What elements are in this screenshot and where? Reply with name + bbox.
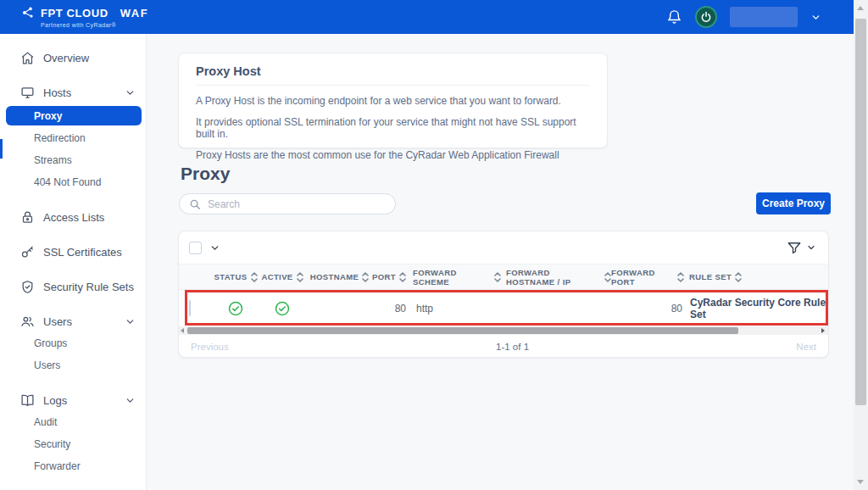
sort-icon [251,271,258,283]
check-circle-icon [275,301,290,316]
sidebar-item-proxy[interactable]: Proxy [6,106,142,125]
sidebar-item-users-sub[interactable]: Users [0,356,146,375]
chevron-down-icon [125,395,136,406]
sidebar-item-ssl-certificates[interactable]: SSL Certificates [0,242,146,261]
sidebar-item-label: Redirection [34,132,86,144]
column-header-status[interactable]: STATUS [211,271,260,283]
sidebar-item-forwarder[interactable]: Forwarder [0,457,146,476]
power-status-badge[interactable] [695,6,717,28]
sidebar-item-label: Groups [34,337,67,349]
sidebar-item-404-not-found[interactable]: 404 Not Found [0,173,146,192]
sidebar-item-access-lists[interactable]: Access Lists [0,208,146,226]
table-toolbar [179,231,828,264]
page-title: Proxy [181,164,230,184]
column-header-hostname[interactable]: HOSTNAME [304,271,375,283]
sidebar-item-label: Forwarder [34,460,81,472]
sidebar-item-label: Security [34,438,70,450]
sidebar-navigation: Overview Hosts Proxy Redirection Streams… [0,34,147,490]
check-circle-icon [228,301,243,316]
table-header-row: STATUS ACTIVE HOSTNAME PORT FORWARD SCHE… [179,264,828,290]
power-icon [700,11,712,23]
sort-icon [362,271,369,283]
select-all-checkbox[interactable] [189,242,202,254]
main-content: Proxy Host A Proxy Host is the incoming … [147,34,854,490]
forward-scheme-cell: http [408,303,501,315]
sidebar-item-streams[interactable]: Streams [0,151,146,170]
sidebar-item-label: 404 Not Found [34,176,101,188]
chevron-down-icon [125,87,136,98]
chevron-down-icon [810,12,821,23]
previous-page-button[interactable]: Previous [191,342,229,352]
key-icon [20,245,35,259]
fpt-cloud-waf-logo[interactable]: FPT CLOUD WAF Partnered with CyRadar® [22,6,148,28]
info-card-line: Proxy Hosts are the most common use for … [196,149,590,161]
sidebar-item-logs[interactable]: Logs [0,391,146,409]
sort-icon [399,271,406,283]
sidebar-item-label: Streams [34,154,72,166]
account-menu-button[interactable] [810,12,821,23]
sidebar-item-audit[interactable]: Audit [0,413,146,432]
column-header-forward-scheme[interactable]: FORWARD SCHEME [408,268,501,287]
sidebar-item-label: Access Lists [43,211,104,224]
column-header-port[interactable]: PORT [375,271,408,283]
sidebar-item-security-log[interactable]: Security [0,435,146,454]
sidebar-item-overview[interactable]: Overview [0,48,146,67]
vertical-scrollbar-thumb[interactable] [855,19,866,405]
search-box[interactable] [179,193,396,214]
info-card-title: Proxy Host [196,64,590,86]
top-header-bar: FPT CLOUD WAF Partnered with CyRadar® [0,0,854,34]
sort-icon [604,271,611,283]
filter-button[interactable] [787,240,816,255]
vertical-scrollbar[interactable] [854,0,868,490]
sidebar-item-hosts[interactable]: Hosts [0,83,146,102]
active-ok-badge [260,301,304,316]
sidebar-item-redirection[interactable]: Redirection [0,129,146,148]
sidebar-item-label: Audit [34,416,57,428]
status-ok-badge [211,301,260,316]
horizontal-scrollbar[interactable] [179,326,828,335]
sidebar-item-label: Overview [43,52,89,64]
scroll-up-arrow[interactable] [857,6,864,10]
sidebar-item-security-rule-sets[interactable]: Security Rule Sets [0,277,146,296]
next-page-button[interactable]: Next [796,342,816,352]
sidebar-item-label: Proxy [34,110,62,122]
proxy-host-info-card: Proxy Host A Proxy Host is the incoming … [178,53,608,148]
search-input[interactable] [208,198,377,210]
sidebar-item-label: Hosts [43,86,71,99]
product-name: WAF [120,8,148,19]
table-row[interactable]: 80 http 80 CyRadar Security Core Rule Se… [179,290,828,326]
bell-icon [666,8,682,25]
account-name-redacted[interactable] [730,7,798,27]
search-icon [189,198,201,210]
column-header-active[interactable]: ACTIVE [260,271,304,283]
sort-icon [494,271,501,283]
column-header-rule-set[interactable]: RULE SET [684,271,830,283]
horizontal-scrollbar-thumb[interactable] [187,327,738,334]
column-header-forward-port[interactable]: FORWARD PORT [611,268,684,287]
create-proxy-button[interactable]: Create Proxy [756,192,831,214]
scroll-down-arrow[interactable] [857,480,864,484]
shield-check-icon [20,280,35,294]
port-cell: 80 [375,303,408,315]
forward-port-cell: 80 [611,303,684,315]
scroll-left-arrow[interactable] [181,328,184,333]
sort-icon [677,271,684,283]
chevron-down-icon [125,316,136,327]
brand-name: FPT CLOUD [41,8,108,19]
column-header-forward-hostname[interactable]: FORWARD HOSTNAME / IP [501,268,611,287]
sidebar-item-users[interactable]: Users [0,312,146,331]
row-checkbox[interactable] [189,300,191,316]
sidebar-item-groups[interactable]: Groups [0,334,146,353]
filter-funnel-icon [787,240,802,255]
sidebar-item-label: Users [43,315,72,328]
rule-set-cell: CyRadar Security Core Rule Set [684,297,830,320]
pagination-bar: Previous 1-1 of 1 Next [179,335,828,359]
select-menu-button[interactable] [209,242,220,253]
scroll-right-arrow[interactable] [821,328,825,333]
fpt-cloud-logo-icon [22,6,36,19]
active-item-indicator [0,139,3,159]
notifications-button[interactable] [666,8,682,25]
home-icon [20,51,35,65]
chevron-down-icon [209,242,220,253]
partner-tagline: Partnered with CyRadar® [41,22,148,28]
